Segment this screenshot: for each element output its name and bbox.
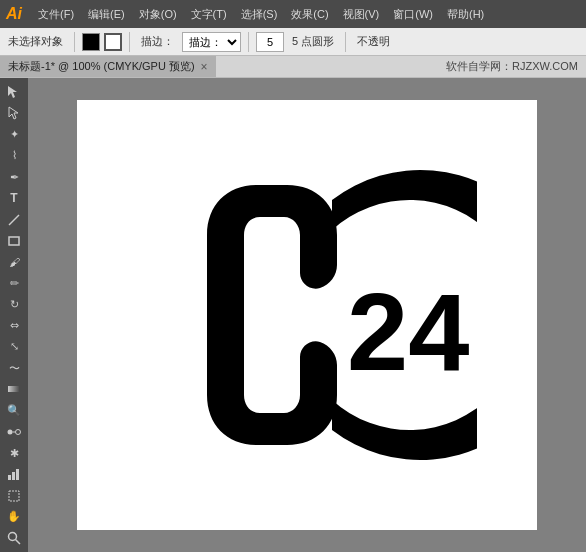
svg-line-11 xyxy=(16,540,21,545)
hand-tool[interactable]: ✋ xyxy=(3,507,25,527)
svg-line-0 xyxy=(9,215,19,225)
svg-rect-1 xyxy=(9,237,19,245)
points-input[interactable] xyxy=(256,32,284,52)
menu-edit[interactable]: 编辑(E) xyxy=(82,5,131,24)
canvas-area: 24 xyxy=(28,78,586,552)
toolbox: ✦ ⌇ ✒ T 🖌 ✏ ↻ ⇔ ⤡ 〜 🔍 ✱ ✋ xyxy=(0,78,28,552)
stroke-label: 描边： xyxy=(137,32,178,51)
column-graph-tool[interactable] xyxy=(3,464,25,484)
rotate-tool[interactable]: ↻ xyxy=(3,294,25,314)
phone-handset xyxy=(207,185,337,445)
svg-rect-8 xyxy=(16,469,19,480)
blend-tool[interactable] xyxy=(3,422,25,442)
svg-rect-6 xyxy=(8,475,11,480)
menu-object[interactable]: 对象(O) xyxy=(133,5,183,24)
tab-close-button[interactable]: × xyxy=(201,60,208,74)
symbol-sprayer-tool[interactable]: ✱ xyxy=(3,443,25,463)
svg-rect-9 xyxy=(9,491,19,501)
title-bar: Ai 文件(F) 编辑(E) 对象(O) 文字(T) 选择(S) 效果(C) 视… xyxy=(0,0,586,28)
canvas: 24 xyxy=(77,100,537,530)
tab-bar: 未标题-1* @ 100% (CMYK/GPU 预览) × 软件自学网：RJZX… xyxy=(0,56,586,78)
selection-tool[interactable] xyxy=(3,82,25,102)
menu-help[interactable]: 帮助(H) xyxy=(441,5,490,24)
paintbrush-tool[interactable]: 🖌 xyxy=(3,252,25,272)
pen-tool[interactable]: ✒ xyxy=(3,167,25,187)
number-24: 24 xyxy=(347,270,469,393)
main-layout: ✦ ⌇ ✒ T 🖌 ✏ ↻ ⇔ ⤡ 〜 🔍 ✱ ✋ xyxy=(0,78,586,552)
svg-point-3 xyxy=(8,429,13,434)
stroke-dropdown[interactable]: 描边： xyxy=(182,32,241,52)
stroke-color-box[interactable] xyxy=(104,33,122,51)
svg-point-4 xyxy=(16,429,21,434)
opacity-label: 不透明 xyxy=(353,32,394,51)
menu-file[interactable]: 文件(F) xyxy=(32,5,80,24)
menu-select[interactable]: 选择(S) xyxy=(235,5,284,24)
toolbar-separator xyxy=(74,32,75,52)
toolbar-separator-4 xyxy=(345,32,346,52)
app-logo: Ai xyxy=(6,5,22,23)
pencil-tool[interactable]: ✏ xyxy=(3,273,25,293)
fill-color-box[interactable] xyxy=(82,33,100,51)
line-tool[interactable] xyxy=(3,209,25,229)
no-selection-label: 未选择对象 xyxy=(4,32,67,51)
magic-wand-tool[interactable]: ✦ xyxy=(3,124,25,144)
artboard-tool[interactable] xyxy=(3,485,25,505)
lasso-tool[interactable]: ⌇ xyxy=(3,146,25,166)
active-tab[interactable]: 未标题-1* @ 100% (CMYK/GPU 预览) × xyxy=(0,56,216,77)
menu-view[interactable]: 视图(V) xyxy=(337,5,386,24)
toolbar-separator-2 xyxy=(129,32,130,52)
menu-effect[interactable]: 效果(C) xyxy=(285,5,334,24)
gradient-tool[interactable] xyxy=(3,379,25,399)
toolbar-separator-3 xyxy=(248,32,249,52)
menu-bar: 文件(F) 编辑(E) 对象(O) 文字(T) 选择(S) 效果(C) 视图(V… xyxy=(32,5,580,24)
points-shape-label: 5 点圆形 xyxy=(288,32,338,51)
zoom-tool[interactable] xyxy=(3,528,25,548)
tab-right-info: 软件自学网：RJZXW.COM xyxy=(446,59,586,74)
type-tool[interactable]: T xyxy=(3,188,25,208)
svg-point-10 xyxy=(9,533,17,541)
menu-type[interactable]: 文字(T) xyxy=(185,5,233,24)
menu-window[interactable]: 窗口(W) xyxy=(387,5,439,24)
tab-title: 未标题-1* @ 100% (CMYK/GPU 预览) xyxy=(8,59,195,74)
rectangle-tool[interactable] xyxy=(3,231,25,251)
svg-rect-7 xyxy=(12,472,15,480)
svg-rect-2 xyxy=(8,386,20,392)
direct-selection-tool[interactable] xyxy=(3,103,25,123)
mirror-tool[interactable]: ⇔ xyxy=(3,316,25,336)
scale-tool[interactable]: ⤡ xyxy=(3,337,25,357)
warp-tool[interactable]: 〜 xyxy=(3,358,25,378)
toolbar: 未选择对象 描边： 描边： 5 点圆形 不透明 xyxy=(0,28,586,56)
eyedropper-tool[interactable]: 🔍 xyxy=(3,401,25,421)
artwork: 24 xyxy=(137,145,477,485)
